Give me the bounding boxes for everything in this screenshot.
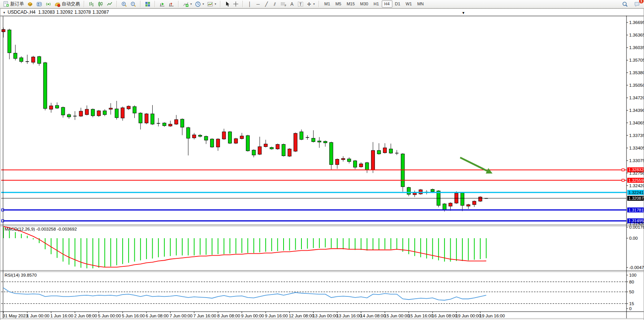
- chart-menu-dropdown-icon[interactable]: ▼: [3, 11, 6, 14]
- arrows-button[interactable]: ✢▾: [305, 0, 316, 8]
- macd-label: MACD(12,26,9) -0.003258 -0.003692: [5, 227, 77, 231]
- search-button[interactable]: [620, 0, 630, 8]
- candle-down: [67, 115, 71, 117]
- candle-up: [264, 144, 268, 146]
- time-axis-label: 6 Jun 08:00: [146, 314, 169, 318]
- notifications-button[interactable]: 1: [633, 0, 642, 8]
- price-axis-label: 1.35705: [629, 58, 644, 62]
- timeframe-button-H4[interactable]: H4: [382, 0, 392, 8]
- templates-button[interactable]: ▾: [206, 0, 218, 8]
- rsi-label: RSI(14) 39.8570: [5, 273, 37, 277]
- candle-up: [383, 148, 387, 153]
- time-axis-label: 13 Jun 16:00: [336, 314, 362, 318]
- fibonacci-button[interactable]: F: [279, 0, 288, 8]
- price-axis-label: 1.31430: [629, 221, 644, 226]
- clock-icon: [195, 1, 201, 7]
- autotrading-icon: [54, 1, 61, 7]
- time-axis-label: 7 Jun 16:00: [193, 314, 216, 318]
- cursor-button[interactable]: [223, 0, 231, 8]
- candle-up: [85, 109, 89, 115]
- price-tag-label: 1.31781: [628, 208, 644, 212]
- accounts-button[interactable]: [35, 0, 44, 8]
- time-axis-label: 2 Jun 08:00: [74, 314, 97, 318]
- ohlc-close: 1.32087: [92, 10, 109, 15]
- candle-down: [198, 135, 202, 136]
- timeframe-button-M15[interactable]: M15: [344, 0, 357, 8]
- objects-group: │ ─ ╱ ⫽ F A T ✢▾: [244, 0, 318, 8]
- time-axis-label: 16 Jun 08:00: [432, 314, 457, 318]
- crosshair-icon: [233, 1, 239, 7]
- candlestick-chart-button[interactable]: [96, 0, 105, 8]
- text-button[interactable]: A: [288, 0, 296, 8]
- chart-background: [0, 16, 644, 320]
- price-axis-label: 1.32420: [629, 183, 644, 188]
- candle-up: [359, 164, 363, 167]
- candle-up: [341, 158, 345, 159]
- toolbar-separator: [319, 1, 319, 7]
- timeframe-button-M1[interactable]: M1: [322, 0, 333, 8]
- equidistant-channel-button[interactable]: ⫽: [271, 0, 279, 8]
- vertical-line-button[interactable]: │: [245, 0, 254, 8]
- new-order-button[interactable]: 新订单: [2, 0, 26, 8]
- zoom-in-button[interactable]: [120, 0, 129, 8]
- text-label-button[interactable]: T: [296, 0, 305, 8]
- time-axis-label: 13 Jun 00:00: [312, 314, 338, 318]
- auto-scroll-button[interactable]: [158, 0, 167, 8]
- candle-up: [145, 114, 148, 123]
- gold-box-icon: [27, 1, 33, 7]
- candle-down: [37, 57, 41, 64]
- time-axis-label: 1 Jun 00:00: [27, 314, 49, 318]
- chart-plot[interactable]: 1.328321.325591.322411.320871.317811.314…: [0, 16, 644, 320]
- timeframe-button-D1[interactable]: D1: [392, 0, 403, 8]
- crosshair-button[interactable]: [231, 0, 240, 8]
- chart-title-bar[interactable]: ▼USDCAD-,H4 1.320831.320921.320781.32087…: [0, 9, 644, 16]
- periods-button[interactable]: ▾: [193, 0, 206, 8]
- zoom-out-icon: [130, 1, 136, 7]
- candle-up: [294, 133, 297, 151]
- accounts-icon: [36, 1, 42, 7]
- time-axis-label: 14 Jun 08:00: [360, 314, 386, 318]
- timeframe-button-W1[interactable]: W1: [403, 0, 415, 8]
- toolbar-separator: [220, 1, 221, 7]
- hline-handle[interactable]: [2, 220, 4, 222]
- chart-shift-button[interactable]: [167, 0, 176, 8]
- time-axis-label: 9 Jun 16:00: [265, 314, 288, 318]
- candle-down: [210, 139, 214, 147]
- price-tag-label: 1.32241: [628, 190, 644, 195]
- candle-down: [401, 154, 405, 186]
- ohlc-open: 1.32083: [38, 10, 55, 15]
- candle-down: [151, 114, 154, 124]
- bar-chart-button[interactable]: [87, 0, 96, 8]
- trendline-icon: ╱: [264, 2, 269, 6]
- tile-windows-button[interactable]: [143, 0, 152, 8]
- zoom-group: [118, 0, 139, 8]
- trendline-button[interactable]: ╱: [262, 0, 271, 8]
- deposit-button[interactable]: [26, 0, 35, 8]
- indicators-button[interactable]: ▾: [181, 0, 193, 8]
- hline-handle[interactable]: [2, 209, 4, 211]
- horizontal-line-icon: ─: [255, 2, 261, 6]
- time-axis-label: 1 Jun 16:00: [50, 314, 73, 318]
- candle-down: [204, 136, 208, 140]
- horizontal-line-button[interactable]: ─: [254, 0, 262, 8]
- time-axis-label: 19 Jun 00:00: [456, 314, 481, 318]
- timeframe-button-M5[interactable]: M5: [333, 0, 344, 8]
- timeframe-button-MN[interactable]: MN: [414, 0, 426, 8]
- line-chart-button[interactable]: [105, 0, 114, 8]
- timeframe-button-M30[interactable]: M30: [357, 0, 371, 8]
- candle-down: [91, 109, 94, 116]
- candle-down: [282, 144, 285, 156]
- zoom-out-button[interactable]: [129, 0, 138, 8]
- candle-up: [97, 111, 100, 116]
- candle-down: [246, 135, 250, 151]
- time-axis-label: 19 Jun 16:00: [480, 314, 505, 318]
- signals-button[interactable]: [44, 0, 53, 8]
- candle-down: [389, 149, 392, 153]
- candle-down: [443, 204, 446, 210]
- timeframe-button-H1[interactable]: H1: [371, 0, 381, 8]
- ohlc-high: 1.32092: [56, 10, 73, 15]
- autotrading-button[interactable]: 自动交易: [53, 0, 81, 8]
- hline-handle[interactable]: [622, 169, 624, 171]
- dropdown-arrow-icon: ▾: [202, 2, 204, 6]
- hline-handle[interactable]: [622, 179, 624, 181]
